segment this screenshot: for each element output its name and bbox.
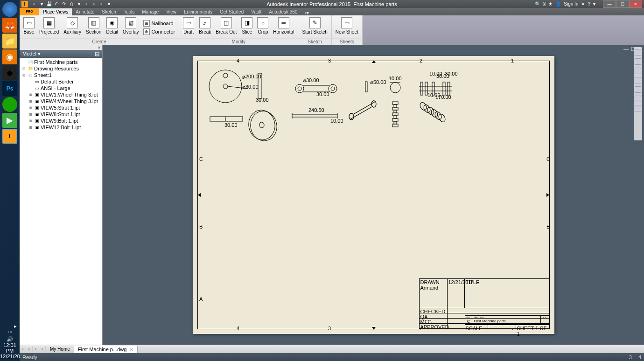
media-icon[interactable]: ▶ (2, 113, 17, 128)
close-button[interactable]: ✕ (629, 0, 642, 8)
tree-toggle-icon[interactable]: ⊟ (22, 73, 27, 77)
app-icon[interactable]: ◆ (2, 65, 17, 80)
browser-close-bar[interactable]: × (20, 45, 102, 50)
tree-node[interactable]: ⊞📁Drawing Resources (21, 65, 101, 72)
nav-zoom-icon[interactable] (635, 77, 641, 83)
start-button[interactable] (2, 2, 17, 17)
libreoffice-icon[interactable] (2, 97, 17, 112)
qat-dropdown-icon[interactable]: ▾ (105, 1, 112, 7)
tree-toggle-icon[interactable]: ⊞ (29, 112, 33, 117)
horizontal-button[interactable]: ═Horizontal (271, 16, 296, 38)
search-icon[interactable]: 🔍 (535, 1, 540, 7)
ribbon-tab-annotate[interactable]: Annotate (72, 8, 98, 15)
pro-badge[interactable]: PRO (20, 8, 39, 15)
tab-last-icon[interactable]: ▫ (39, 346, 46, 353)
nailboard-button[interactable]: ⊞Nailboard (141, 20, 177, 27)
start-sketch-button[interactable]: ✎Start Sketch (300, 16, 329, 38)
firefox-icon[interactable]: 🦊 (2, 18, 17, 33)
tab-my-home[interactable]: My Home (46, 346, 74, 353)
new-sheet-button[interactable]: ▭New Sheet (334, 16, 360, 38)
ribbon-tab-tools[interactable]: Tools (120, 8, 138, 15)
ribbon-tab-vault[interactable]: Vault (247, 8, 265, 15)
break-button[interactable]: ⫽Break (197, 16, 213, 38)
appearance-dropdown[interactable]: ▪▾ (305, 10, 309, 15)
tree-toggle-icon[interactable]: ⊞ (29, 93, 33, 97)
overlay-button[interactable]: ▧Overlay (121, 16, 140, 38)
exchange-icon[interactable]: ✕ (581, 1, 585, 7)
tab-document[interactable]: First Machine p...dwg ✕ (74, 346, 138, 353)
maximize-button[interactable]: ☐ (616, 0, 629, 8)
inventor-taskbar-icon[interactable]: I (2, 129, 17, 144)
nav-lookat-icon[interactable] (635, 86, 641, 93)
qat-redo-icon[interactable]: ↷ (61, 1, 67, 7)
tray-icon[interactable]: ▫ (7, 329, 9, 334)
browser-header[interactable]: Model ▾ ▤ (20, 50, 102, 58)
ribbon-tab-autodesk-360[interactable]: Autodesk 360 (265, 8, 301, 15)
tray-arrow[interactable]: ▸ (0, 323, 20, 329)
nav-pan-icon[interactable] (635, 68, 641, 74)
photoshop-icon[interactable]: Ps (2, 81, 17, 96)
tree-node[interactable]: ⊞▣VIEW4:Wheel Thing 3.ipt (21, 98, 101, 104)
tree-node[interactable]: ⊞▣VIEW5:Strut 1.ipt (21, 104, 101, 111)
tree-toggle-icon[interactable]: ⊞ (29, 99, 33, 104)
qat-open-icon[interactable]: ▾ (38, 1, 45, 7)
clock-date[interactable]: 12/21/2014 (0, 354, 20, 359)
tree-node[interactable]: ⊞▣VIEW9:Bolt 1.ipt (21, 118, 101, 124)
ribbon-tab-manage[interactable]: Manage (138, 8, 162, 15)
tree-node[interactable]: ⊞▣VIEW8:Strut 1.ipt (21, 111, 101, 118)
blender-icon[interactable]: ◉ (2, 49, 17, 64)
auxiliary-button[interactable]: ◇Auxiliary (62, 16, 83, 38)
tree-node[interactable]: 📄First Machine parts (21, 59, 101, 65)
qat-print-icon[interactable]: ⎙ (68, 1, 75, 7)
slice-button[interactable]: ◨Slice (239, 16, 254, 38)
tree-toggle-icon[interactable]: ⊞ (29, 106, 33, 110)
ribbon-tab-place-views[interactable]: Place Views (39, 8, 72, 15)
section-button[interactable]: ▥Section (84, 16, 103, 38)
drawing-sheet[interactable]: 4 3 2 1 4 3 2 1 C B A C B A (193, 56, 554, 334)
ribbon-tab-sketch[interactable]: Sketch (98, 8, 120, 15)
qat-icon[interactable]: ▫ (91, 1, 97, 7)
tab-next-icon[interactable]: ▫ (33, 346, 39, 353)
sign-in-link[interactable]: Sign In (564, 1, 578, 7)
projected-button[interactable]: ▦Projected (37, 16, 61, 38)
qat-icon[interactable]: ▾ (76, 1, 82, 7)
base-button[interactable]: ▭Base (21, 16, 36, 38)
qat-undo-icon[interactable]: ↶ (53, 1, 60, 7)
nav-orbit-icon[interactable] (635, 58, 641, 65)
connector-button[interactable]: ⊕Connector (141, 28, 177, 35)
key-icon[interactable]: § (543, 1, 546, 7)
qat-icon[interactable]: ▫ (83, 1, 90, 7)
minimize-button[interactable]: — (603, 0, 616, 8)
ribbon-tab-environments[interactable]: Environments (180, 8, 216, 15)
app-logo[interactable]: I (21, 1, 28, 7)
volume-icon[interactable]: 🔊 (0, 336, 20, 342)
help-dropdown-icon[interactable]: ▾ (593, 1, 595, 7)
user-icon[interactable]: 👤 (555, 1, 561, 7)
nav-home-icon[interactable] (635, 49, 641, 56)
tab-close-icon[interactable]: ✕ (130, 347, 133, 352)
nav-button[interactable] (635, 105, 641, 111)
breakout-button[interactable]: ◫Break Out (214, 16, 238, 38)
tree-node[interactable]: ⊞▣VIEW1:Wheel Thing 3.ipt (21, 91, 101, 98)
ribbon-tab-view[interactable]: View (162, 8, 180, 15)
tab-first-icon[interactable]: ▫ (20, 346, 26, 353)
qat-new-icon[interactable]: ▫ (31, 1, 37, 7)
tree-toggle-icon[interactable]: ⊞ (22, 67, 27, 71)
tray-icon[interactable]: ▫ (10, 329, 12, 334)
tree-node[interactable]: ▭Default Border (21, 78, 101, 85)
ribbon-tab-get-started[interactable]: Get Started (216, 8, 247, 15)
doc-minimize-icon[interactable]: — (623, 46, 630, 52)
star-icon[interactable]: ★ (548, 1, 553, 7)
tree-node[interactable]: ⊞▣VIEW12:Bolt 1.ipt (21, 124, 101, 131)
browser-panel-icon[interactable]: ▤ (95, 51, 99, 57)
nav-button[interactable] (635, 96, 641, 102)
tree-node[interactable]: ⊟▭Sheet:1 (21, 72, 101, 78)
detail-button[interactable]: ◉Detail (104, 16, 120, 38)
tab-prev-icon[interactable]: ▫ (26, 346, 33, 353)
qat-icon[interactable]: ▫ (98, 1, 105, 7)
tree-toggle-icon[interactable]: ⊞ (29, 119, 33, 123)
clock-time[interactable]: 12:01 PM (0, 342, 20, 354)
explorer-icon[interactable]: 📁 (2, 34, 17, 49)
help-icon[interactable]: ? (588, 1, 590, 7)
draft-button[interactable]: ▭Draft (181, 16, 196, 38)
